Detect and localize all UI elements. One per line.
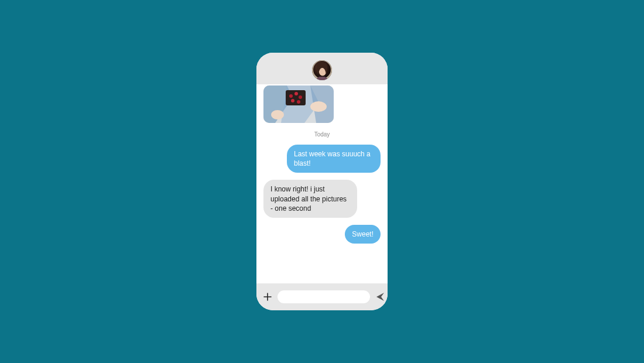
phone-frame: Today Last week was suuuch a blast! I kn… <box>256 53 388 310</box>
attach-button[interactable] <box>263 292 272 302</box>
svg-point-10 <box>310 101 327 112</box>
svg-point-8 <box>291 99 294 102</box>
attachment-thumbnail <box>263 85 334 123</box>
send-icon <box>376 292 385 302</box>
sent-message-bubble: Sweet! <box>345 225 381 244</box>
svg-point-5 <box>289 94 293 98</box>
message-input[interactable] <box>278 290 370 303</box>
svg-point-9 <box>297 100 300 104</box>
message-thread: Today Last week was suuuch a blast! I kn… <box>256 84 388 283</box>
svg-point-11 <box>271 110 284 119</box>
sent-message-bubble: Last week was suuuch a blast! <box>287 145 381 173</box>
message-row: I know right! i just uploaded all the pi… <box>263 180 381 218</box>
svg-point-6 <box>294 92 298 95</box>
message-row: Last week was suuuch a blast! <box>263 145 381 173</box>
svg-point-7 <box>299 95 302 99</box>
message-row: Sweet! <box>263 225 381 244</box>
image-attachment[interactable] <box>263 85 334 123</box>
send-button[interactable] <box>376 292 385 302</box>
received-message-bubble: I know right! i just uploaded all the pi… <box>263 180 357 218</box>
composer-bar <box>256 283 388 310</box>
date-separator: Today <box>263 131 381 138</box>
plus-icon <box>263 293 272 301</box>
chat-header <box>256 53 388 84</box>
avatar-image <box>312 60 332 80</box>
contact-avatar[interactable] <box>312 60 332 80</box>
